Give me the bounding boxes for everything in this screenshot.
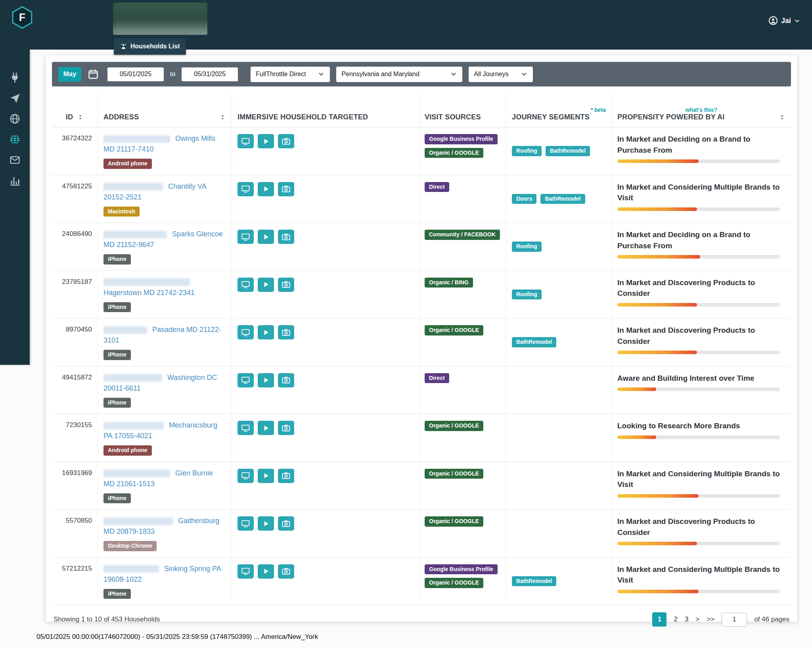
play-icon [261,232,270,242]
journey-segments-cell: BathRemodel [506,318,611,366]
redacted-street-address [103,518,173,525]
visit-sources-cell: Organic / GOOGLE [419,318,506,366]
whats-this-link[interactable]: what's this? [617,102,785,113]
visit-source-badge: Organic / BING [425,278,473,288]
chevron-down-icon [318,71,325,78]
visit-sources-cell: Google Business ProfileOrganic / GOOGLE [419,127,506,175]
account-select[interactable]: FullThrottle Direct [251,67,330,82]
household-id: 57212215 [52,558,98,605]
immersive-cell [232,366,419,414]
next-page-button[interactable]: > [695,615,699,623]
propensity-bar [617,494,780,498]
visit-source-badge: Google Business Profile [425,134,498,144]
display-icon [241,232,250,242]
display-button[interactable] [237,469,254,483]
play-button[interactable] [258,230,274,244]
brand-logo[interactable]: F [10,6,34,29]
visit-sources-cell: Organic / GOOGLE [419,414,506,462]
send-icon [9,92,21,104]
household-id: 24086490 [52,223,98,270]
sidebar-item-audiences-active[interactable] [9,134,21,145]
col-label-propensity[interactable]: PROPENSITY POWERED BY AI [617,113,725,121]
camera-button[interactable] [278,325,294,339]
display-button[interactable] [237,278,254,292]
camera-button[interactable] [278,278,294,292]
camera-button[interactable] [278,564,294,579]
journeys-select[interactable]: All Journeys [469,67,533,82]
camera-button[interactable] [278,230,294,244]
display-button[interactable] [237,373,254,387]
households-list-tab[interactable]: Households List [114,38,186,55]
user-menu[interactable]: Jai [768,16,800,25]
sidebar-item-email[interactable] [9,154,21,166]
journey-segments-cell [506,414,611,462]
display-button[interactable] [237,516,254,531]
household-row: 49415872 Washington DC 20011-6611iPhoneD… [52,366,791,414]
visit-source-badge: Organic / GOOGLE [425,325,483,336]
play-button[interactable] [258,278,274,292]
play-icon [261,280,270,289]
visit-source-badge: Organic / GOOGLE [425,469,483,479]
display-button[interactable] [237,182,254,196]
camera-button[interactable] [278,421,294,435]
household-id: 36724322 [52,127,98,175]
month-button[interactable]: May [58,67,81,82]
display-button[interactable] [237,134,254,148]
camera-button[interactable] [278,516,294,531]
redacted-street-address [103,278,190,286]
play-button[interactable] [258,564,274,579]
sidebar-item-campaigns[interactable] [9,92,21,104]
col-label-address[interactable]: ADDRESS [103,113,139,121]
device-badge: Android phone [103,159,152,169]
display-button[interactable] [237,325,254,339]
immersive-cell [232,462,419,510]
camera-button[interactable] [278,134,294,148]
play-button[interactable] [258,469,274,483]
play-button[interactable] [258,516,274,531]
address-text: Sinking Spring PA 19608-1022 [103,564,226,585]
page-button-2[interactable]: 2 [674,615,677,623]
last-page-button[interactable]: >> [707,615,714,623]
play-button[interactable] [258,373,274,387]
display-button[interactable] [237,421,254,435]
sort-icon[interactable] [219,114,226,121]
to-label: to [170,71,175,78]
sort-icon[interactable] [779,114,785,121]
play-button[interactable] [258,325,274,339]
page-button-3[interactable]: 3 [685,615,688,623]
immersive-cell [232,223,419,270]
col-label-id[interactable]: ID [66,113,73,121]
address-cell: Hagerstown MD 21742-2341iPhone [98,271,232,318]
camera-button[interactable] [278,469,294,483]
propensity-bar-fill [617,542,697,545]
play-button[interactable] [258,134,274,148]
propensity-label: In Market and Deciding on a Brand to Pur… [617,134,783,155]
camera-icon [282,424,291,433]
date-to-input[interactable] [182,67,238,81]
camera-button[interactable] [278,373,294,387]
display-button[interactable] [237,564,254,579]
camera-icon [282,232,291,242]
device-badge: iPhone [103,493,131,504]
display-button[interactable] [237,230,254,244]
calendar-icon[interactable] [88,69,99,80]
camera-icon [282,280,291,289]
play-button[interactable] [258,182,274,196]
camera-button[interactable] [278,182,294,196]
page-button-1[interactable]: 1 [652,612,666,627]
household-row: 57212215 Sinking Spring PA 19608-1022iPh… [52,558,791,606]
households-card: May to FullThrottle Direct Pennsylvania … [46,56,797,622]
sidebar-item-integrations[interactable] [9,72,21,83]
play-button[interactable] [258,421,274,435]
address-cell: Washington DC 20011-6611iPhone [98,366,232,414]
table-body: 36724322 Owings Mills MD 21117-7410Andro… [52,127,791,605]
address-link[interactable]: Hagerstown MD 21742-2341 [103,289,195,297]
sort-icon[interactable] [77,114,84,121]
date-from-input[interactable] [107,67,164,81]
sidebar-item-web[interactable] [9,113,21,125]
region-select[interactable]: Pennsylvania and Maryland [336,67,462,82]
sidebar-item-analytics[interactable] [9,175,21,186]
visit-sources-cell: Direct [419,366,506,414]
redacted-street-address [103,565,159,573]
page-number-input[interactable] [722,613,747,627]
